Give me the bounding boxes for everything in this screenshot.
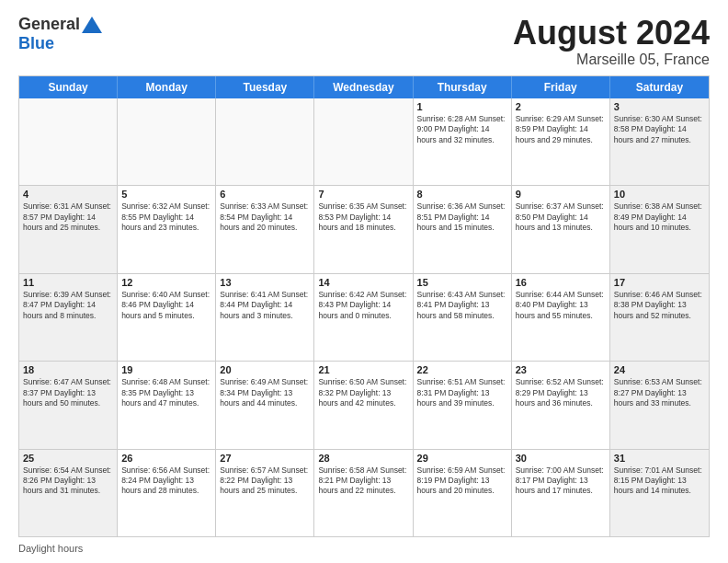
logo-general: General	[18, 15, 80, 34]
day-number: 10	[614, 189, 705, 200]
day-info: Sunrise: 6:43 AM Sunset: 8:41 PM Dayligh…	[417, 290, 507, 321]
day-info: Sunrise: 6:29 AM Sunset: 8:59 PM Dayligh…	[516, 114, 606, 145]
day-info: Sunrise: 6:28 AM Sunset: 9:00 PM Dayligh…	[417, 114, 507, 145]
day-number: 30	[516, 453, 606, 464]
day-info: Sunrise: 6:59 AM Sunset: 8:19 PM Dayligh…	[417, 465, 507, 497]
day-number: 20	[220, 364, 310, 375]
day-number: 11	[23, 277, 113, 288]
day-number: 25	[23, 453, 113, 464]
calendar-week-2: 4Sunrise: 6:31 AM Sunset: 8:57 PM Daylig…	[19, 186, 709, 273]
calendar-week-1: 1Sunrise: 6:28 AM Sunset: 9:00 PM Daylig…	[19, 98, 709, 186]
day-cell-6: 6Sunrise: 6:33 AM Sunset: 8:54 PM Daylig…	[216, 186, 314, 272]
day-cell-26: 26Sunrise: 6:56 AM Sunset: 8:24 PM Dayli…	[118, 450, 216, 536]
calendar-header: SundayMondayTuesdayWednesdayThursdayFrid…	[19, 76, 709, 98]
day-cell-12: 12Sunrise: 6:40 AM Sunset: 8:46 PM Dayli…	[118, 274, 216, 361]
day-info: Sunrise: 6:50 AM Sunset: 8:32 PM Dayligh…	[318, 377, 408, 408]
day-number: 26	[121, 453, 211, 464]
day-info: Sunrise: 6:41 AM Sunset: 8:44 PM Dayligh…	[220, 290, 310, 321]
day-number: 22	[417, 364, 507, 375]
day-info: Sunrise: 6:42 AM Sunset: 8:43 PM Dayligh…	[318, 290, 408, 321]
day-info: Sunrise: 6:40 AM Sunset: 8:46 PM Dayligh…	[121, 290, 211, 321]
day-info: Sunrise: 6:37 AM Sunset: 8:50 PM Dayligh…	[516, 201, 606, 233]
header-day-wednesday: Wednesday	[314, 76, 413, 98]
calendar-week-4: 18Sunrise: 6:47 AM Sunset: 8:37 PM Dayli…	[19, 362, 709, 449]
day-number: 27	[220, 453, 310, 464]
calendar-body: 1Sunrise: 6:28 AM Sunset: 9:00 PM Daylig…	[19, 98, 709, 536]
page: General Blue August 2024 Marseille 05, F…	[0, 0, 728, 563]
day-info: Sunrise: 6:44 AM Sunset: 8:40 PM Dayligh…	[516, 290, 606, 321]
day-number: 29	[417, 453, 507, 464]
empty-cell	[19, 98, 118, 185]
day-info: Sunrise: 6:54 AM Sunset: 8:26 PM Dayligh…	[23, 465, 113, 497]
day-info: Sunrise: 6:38 AM Sunset: 8:49 PM Dayligh…	[614, 201, 705, 233]
day-cell-23: 23Sunrise: 6:52 AM Sunset: 8:29 PM Dayli…	[512, 362, 610, 448]
day-number: 18	[23, 364, 113, 375]
day-info: Sunrise: 6:35 AM Sunset: 8:53 PM Dayligh…	[318, 201, 408, 233]
day-cell-10: 10Sunrise: 6:38 AM Sunset: 8:49 PM Dayli…	[610, 186, 709, 272]
day-cell-2: 2Sunrise: 6:29 AM Sunset: 8:59 PM Daylig…	[512, 98, 610, 185]
day-number: 28	[318, 453, 408, 464]
header-day-monday: Monday	[118, 76, 216, 98]
day-info: Sunrise: 6:57 AM Sunset: 8:22 PM Dayligh…	[220, 465, 310, 497]
day-info: Sunrise: 6:31 AM Sunset: 8:57 PM Dayligh…	[23, 201, 113, 233]
location: Marseille 05, France	[513, 52, 710, 68]
calendar: SundayMondayTuesdayWednesdayThursdayFrid…	[18, 75, 710, 537]
day-number: 2	[516, 101, 606, 112]
logo: General Blue	[18, 15, 102, 53]
day-number: 13	[220, 277, 310, 288]
logo-blue-label: Blue	[18, 34, 54, 53]
day-number: 16	[516, 277, 606, 288]
day-cell-8: 8Sunrise: 6:36 AM Sunset: 8:51 PM Daylig…	[414, 186, 512, 272]
day-cell-7: 7Sunrise: 6:35 AM Sunset: 8:53 PM Daylig…	[314, 186, 413, 272]
day-cell-3: 3Sunrise: 6:30 AM Sunset: 8:58 PM Daylig…	[610, 98, 709, 185]
day-info: Sunrise: 6:39 AM Sunset: 8:47 PM Dayligh…	[23, 290, 113, 321]
header-day-thursday: Thursday	[414, 76, 512, 98]
day-number: 12	[121, 277, 211, 288]
day-cell-30: 30Sunrise: 7:00 AM Sunset: 8:17 PM Dayli…	[512, 450, 610, 536]
day-cell-15: 15Sunrise: 6:43 AM Sunset: 8:41 PM Dayli…	[414, 274, 512, 361]
day-number: 21	[318, 364, 408, 375]
day-cell-4: 4Sunrise: 6:31 AM Sunset: 8:57 PM Daylig…	[19, 186, 118, 272]
day-number: 15	[417, 277, 507, 288]
day-number: 14	[318, 277, 408, 288]
day-number: 3	[614, 101, 705, 112]
day-number: 31	[614, 453, 705, 464]
title-block: August 2024 Marseille 05, France	[513, 15, 710, 68]
day-info: Sunrise: 7:00 AM Sunset: 8:17 PM Dayligh…	[516, 465, 606, 497]
day-number: 4	[23, 189, 113, 200]
svg-marker-0	[82, 17, 102, 33]
day-cell-27: 27Sunrise: 6:57 AM Sunset: 8:22 PM Dayli…	[216, 450, 314, 536]
header: General Blue August 2024 Marseille 05, F…	[18, 15, 710, 68]
day-info: Sunrise: 6:32 AM Sunset: 8:55 PM Dayligh…	[121, 201, 211, 233]
empty-cell	[118, 98, 216, 185]
empty-cell	[314, 98, 413, 185]
footer: Daylight hours	[18, 543, 710, 554]
day-cell-29: 29Sunrise: 6:59 AM Sunset: 8:19 PM Dayli…	[414, 450, 512, 536]
day-number: 6	[220, 189, 310, 200]
day-cell-20: 20Sunrise: 6:49 AM Sunset: 8:34 PM Dayli…	[216, 362, 314, 448]
day-cell-24: 24Sunrise: 6:53 AM Sunset: 8:27 PM Dayli…	[610, 362, 709, 448]
month-title: August 2024	[513, 15, 710, 52]
calendar-week-5: 25Sunrise: 6:54 AM Sunset: 8:26 PM Dayli…	[19, 450, 709, 536]
day-info: Sunrise: 6:58 AM Sunset: 8:21 PM Dayligh…	[318, 465, 408, 497]
day-info: Sunrise: 6:53 AM Sunset: 8:27 PM Dayligh…	[614, 377, 705, 408]
day-number: 5	[121, 189, 211, 200]
footer-label: Daylight hours	[18, 543, 83, 554]
calendar-week-3: 11Sunrise: 6:39 AM Sunset: 8:47 PM Dayli…	[19, 274, 709, 362]
day-number: 9	[516, 189, 606, 200]
day-cell-13: 13Sunrise: 6:41 AM Sunset: 8:44 PM Dayli…	[216, 274, 314, 361]
day-cell-19: 19Sunrise: 6:48 AM Sunset: 8:35 PM Dayli…	[118, 362, 216, 448]
day-number: 24	[614, 364, 705, 375]
day-number: 23	[516, 364, 606, 375]
day-info: Sunrise: 6:56 AM Sunset: 8:24 PM Dayligh…	[121, 465, 211, 497]
day-cell-16: 16Sunrise: 6:44 AM Sunset: 8:40 PM Dayli…	[512, 274, 610, 361]
day-cell-9: 9Sunrise: 6:37 AM Sunset: 8:50 PM Daylig…	[512, 186, 610, 272]
day-cell-22: 22Sunrise: 6:51 AM Sunset: 8:31 PM Dayli…	[414, 362, 512, 448]
day-info: Sunrise: 6:46 AM Sunset: 8:38 PM Dayligh…	[614, 290, 705, 321]
day-cell-28: 28Sunrise: 6:58 AM Sunset: 8:21 PM Dayli…	[314, 450, 413, 536]
day-cell-14: 14Sunrise: 6:42 AM Sunset: 8:43 PM Dayli…	[314, 274, 413, 361]
day-cell-5: 5Sunrise: 6:32 AM Sunset: 8:55 PM Daylig…	[118, 186, 216, 272]
day-info: Sunrise: 6:47 AM Sunset: 8:37 PM Dayligh…	[23, 377, 113, 408]
day-cell-1: 1Sunrise: 6:28 AM Sunset: 9:00 PM Daylig…	[414, 98, 512, 185]
day-info: Sunrise: 6:51 AM Sunset: 8:31 PM Dayligh…	[417, 377, 507, 408]
